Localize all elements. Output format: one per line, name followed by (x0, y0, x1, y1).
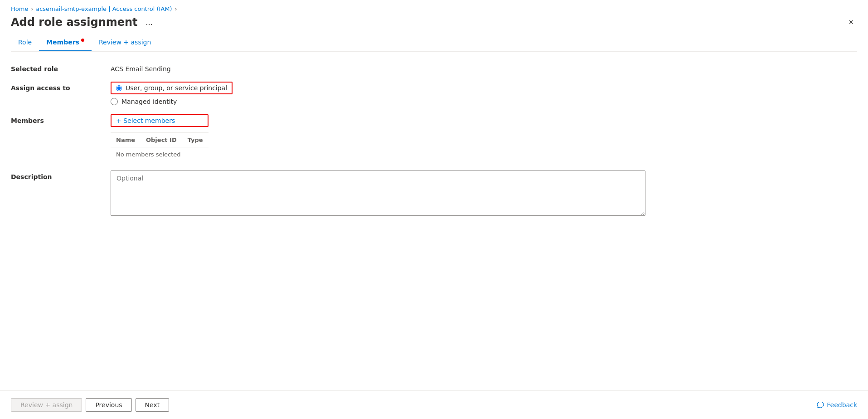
members-table: Name Object ID Type No members selected (111, 133, 209, 161)
tab-members[interactable]: Members (39, 34, 92, 51)
main-content: Role Members Review + assign Selected ro… (0, 34, 868, 390)
feedback-icon (817, 401, 824, 409)
table-row-empty: No members selected (111, 147, 209, 162)
breadcrumb-home[interactable]: Home (11, 5, 28, 12)
review-assign-button: Review + assign (11, 398, 82, 412)
page-header: Add role assignment ... × (0, 12, 868, 34)
selected-role-section: Selected role ACS Email Sending (11, 63, 857, 73)
footer: Review + assign Previous Next Feedback (0, 390, 868, 419)
assign-access-section: Assign access to User, group, or service… (11, 82, 857, 105)
breadcrumb: Home › acsemail-smtp-example | Access co… (0, 0, 868, 12)
members-table-container: Name Object ID Type No members selected (111, 132, 209, 161)
empty-message: No members selected (111, 147, 209, 162)
col-object-id: Object ID (141, 133, 182, 147)
footer-left: Review + assign Previous Next (11, 398, 169, 412)
radio-user-group-highlighted: User, group, or service principal (111, 82, 233, 94)
assign-access-label: Assign access to (11, 82, 111, 92)
members-label: Members (11, 114, 111, 124)
assign-access-options: User, group, or service principal Manage… (111, 82, 233, 105)
page-title: Add role assignment (11, 16, 138, 29)
radio-managed-identity-label[interactable]: Managed identity (121, 98, 177, 105)
next-button[interactable]: Next (136, 398, 170, 412)
radio-user-group-label[interactable]: User, group, or service principal (126, 84, 227, 92)
members-section: Members + Select members Name Object ID … (11, 114, 857, 161)
members-content: + Select members Name Object ID Type (111, 114, 209, 161)
page-container: Home › acsemail-smtp-example | Access co… (0, 0, 868, 419)
members-dot (81, 39, 84, 42)
description-section: Description (11, 171, 857, 216)
previous-button[interactable]: Previous (86, 398, 131, 412)
more-options-button[interactable]: ... (143, 17, 155, 28)
breadcrumb-sep-2: › (175, 6, 177, 12)
col-type: Type (182, 133, 209, 147)
feedback-button[interactable]: Feedback (817, 401, 857, 409)
selected-role-label: Selected role (11, 63, 111, 73)
tab-role[interactable]: Role (11, 34, 39, 51)
feedback-label: Feedback (827, 401, 857, 409)
tabs: Role Members Review + assign (11, 34, 857, 52)
breadcrumb-iam[interactable]: acsemail-smtp-example | Access control (… (36, 5, 172, 12)
col-name: Name (111, 133, 141, 147)
radio-user-group[interactable] (116, 85, 122, 91)
select-members-button[interactable]: + Select members (111, 114, 209, 127)
close-button[interactable]: × (845, 16, 857, 28)
selected-role-value: ACS Email Sending (111, 63, 171, 73)
tab-review[interactable]: Review + assign (92, 34, 158, 51)
description-textarea[interactable] (111, 171, 645, 216)
radio-managed-identity-option: Managed identity (111, 98, 233, 105)
radio-managed-identity[interactable] (111, 98, 118, 105)
breadcrumb-sep-1: › (31, 6, 33, 12)
description-label: Description (11, 171, 111, 180)
title-row: Add role assignment ... (11, 16, 155, 29)
